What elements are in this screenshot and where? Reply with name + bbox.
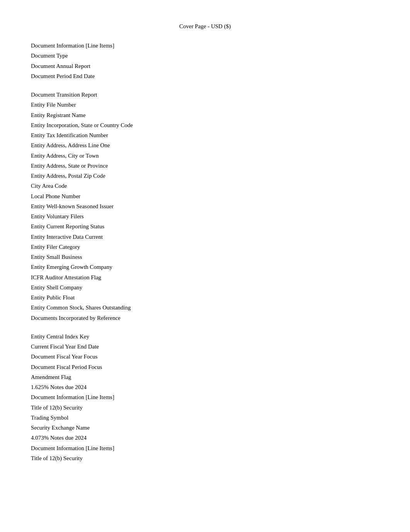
list-item: Entity Address, Address Line One xyxy=(31,140,379,150)
list-item: Document Type xyxy=(31,51,379,61)
list-item: Title of 12(b) Security xyxy=(31,403,379,413)
list-item: Document Transition Report xyxy=(31,90,379,100)
section-1-list: Document Information [Line Items]Documen… xyxy=(31,41,379,81)
list-item: Entity Address, City or Town xyxy=(31,151,379,161)
list-item: Document Information [Line Items] xyxy=(31,443,379,453)
list-item: Entity Central Index Key xyxy=(31,331,379,342)
list-item: Entity Common Stock, Shares Outstanding xyxy=(31,303,379,313)
list-item: Document Fiscal Year Focus xyxy=(31,352,379,362)
list-item: Document Annual Report xyxy=(31,61,379,71)
content-area: Document Information [Line Items]Documen… xyxy=(31,41,379,463)
list-item: Entity Tax Identification Number xyxy=(31,130,379,140)
list-item: Amendment Flag xyxy=(31,372,379,382)
list-item: Entity Emerging Growth Company xyxy=(31,262,379,272)
list-item: Entity Address, Postal Zip Code xyxy=(31,171,379,181)
list-item: Entity Small Business xyxy=(31,252,379,262)
list-item: Entity Current Reporting Status xyxy=(31,221,379,231)
list-item: Entity Interactive Data Current xyxy=(31,232,379,242)
list-item: Entity Shell Company xyxy=(31,282,379,292)
list-item: Entity Filer Category xyxy=(31,242,379,252)
list-item: Trading Symbol xyxy=(31,413,379,423)
list-item: Entity Public Float xyxy=(31,292,379,303)
list-item: Document Fiscal Period Focus xyxy=(31,362,379,372)
list-item: Entity File Number xyxy=(31,100,379,110)
spacer-1 xyxy=(31,81,379,90)
list-item: 4.073% Notes due 2024 xyxy=(31,433,379,443)
list-item: Documents Incorporated by Reference xyxy=(31,313,379,323)
list-item: Title of 12(b) Security xyxy=(31,453,379,463)
list-item: Entity Address, State or Province xyxy=(31,161,379,171)
list-item: Entity Voluntary Filers xyxy=(31,211,379,221)
list-item: Entity Incorporation, State or Country C… xyxy=(31,120,379,130)
list-item: Security Exchange Name xyxy=(31,423,379,433)
list-item: Document Information [Line Items] xyxy=(31,41,379,51)
spacer-2 xyxy=(31,323,379,331)
list-item: City Area Code xyxy=(31,181,379,191)
list-item: Current Fiscal Year End Date xyxy=(31,342,379,352)
section-3-list: Entity Central Index KeyCurrent Fiscal Y… xyxy=(31,331,379,463)
list-item: Entity Registrant Name xyxy=(31,110,379,120)
list-item: Entity Well-known Seasoned Issuer xyxy=(31,201,379,211)
list-item: Local Phone Number xyxy=(31,191,379,201)
list-item: ICFR Auditor Attestation Flag xyxy=(31,272,379,282)
list-item: 1.625% Notes due 2024 xyxy=(31,382,379,392)
section-2-list: Document Transition ReportEntity File Nu… xyxy=(31,90,379,323)
list-item: Document Period End Date xyxy=(31,71,379,81)
page-title: Cover Page - USD ($) xyxy=(31,23,379,30)
list-item: Document Information [Line Items] xyxy=(31,392,379,402)
